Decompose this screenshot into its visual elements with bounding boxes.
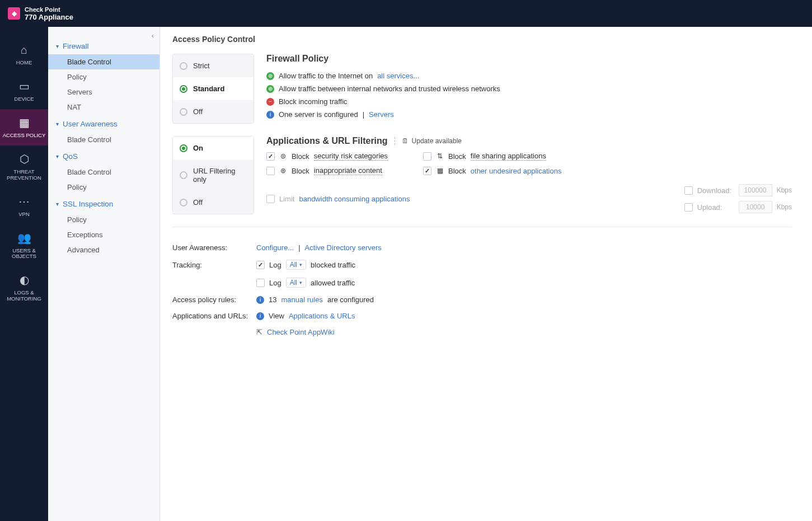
check-link[interactable]: security risk categories bbox=[314, 152, 388, 161]
update-badge[interactable]: 🗓 Update available bbox=[395, 137, 462, 145]
rail-label-vpn: VPN bbox=[16, 212, 32, 218]
checkbox[interactable] bbox=[423, 152, 431, 161]
apps-urls-row: Applications and URLs: i View Applicatio… bbox=[172, 308, 792, 324]
servers-link[interactable]: Servers bbox=[369, 110, 394, 119]
radio-icon bbox=[180, 144, 187, 152]
upload-line: Upload: Kbps bbox=[684, 201, 792, 213]
side-nav: ‹ ▾Firewall Blade Control Policy Servers… bbox=[48, 27, 160, 521]
checkbox[interactable] bbox=[266, 167, 275, 175]
log-word: Log bbox=[269, 279, 281, 287]
firewall-level-strict[interactable]: Strict bbox=[173, 54, 254, 77]
nav-group-firewall: ▾Firewall Blade Control Policy Servers N… bbox=[48, 38, 159, 115]
nav-sub-ssl-policy[interactable]: Policy bbox=[48, 212, 159, 227]
nav-head-user-awareness[interactable]: ▾User Awareness bbox=[48, 116, 159, 132]
firewall-policy-details: Firewall Policy ⊕ Allow traffic to the I… bbox=[266, 54, 792, 124]
nav-head-ssl[interactable]: ▾SSL Inspection bbox=[48, 196, 159, 212]
firewall-level-off[interactable]: Off bbox=[173, 100, 254, 123]
brand-text: Check Point 770 Appliance bbox=[25, 6, 73, 21]
checkbox[interactable] bbox=[423, 167, 431, 175]
rail-vpn[interactable]: ⋯ VPN bbox=[0, 188, 48, 224]
nav-sub-firewall-blade-control[interactable]: Blade Control bbox=[48, 54, 159, 69]
title-text: Applications & URL Filtering bbox=[266, 136, 388, 146]
globe-icon: ⊜ bbox=[279, 152, 287, 160]
rail-device[interactable]: ▭ DEVICE bbox=[0, 73, 48, 109]
rail-access-policy[interactable]: ▦ ACCESS POLICY bbox=[0, 109, 48, 145]
rail-label-threat: THREAT PREVENTION bbox=[0, 169, 48, 181]
checkbox[interactable] bbox=[266, 152, 275, 161]
apps-url-filtering-only[interactable]: URL Filtering only bbox=[173, 159, 254, 191]
nav-sub-qos-policy[interactable]: Policy bbox=[48, 180, 159, 195]
kv-value: i View Applications & URLs bbox=[256, 312, 355, 320]
rail-logs-monitoring[interactable]: ◐ LOGS & MONITORING bbox=[0, 266, 48, 309]
kv-value: Log All allowed traffic bbox=[256, 278, 355, 288]
checkbox[interactable] bbox=[684, 186, 693, 195]
rail-users-objects[interactable]: 👥 USERS & OBJECTS bbox=[0, 224, 48, 267]
ad-servers-link[interactable]: Active Directory servers bbox=[305, 243, 382, 252]
shield-icon: ⬡ bbox=[20, 152, 29, 166]
checkbox-log-blocked[interactable] bbox=[256, 261, 265, 269]
check-link[interactable]: inappropriate content bbox=[314, 166, 382, 175]
limit-link[interactable]: bandwidth consuming applications bbox=[299, 195, 410, 203]
checkbox[interactable] bbox=[684, 203, 693, 212]
download-line: Download: Kbps bbox=[684, 184, 792, 196]
apps-url-details: Applications & URL Filtering 🗓 Update av… bbox=[266, 136, 792, 214]
configure-link[interactable]: Configure... bbox=[256, 243, 294, 252]
radio-label: Standard bbox=[193, 85, 224, 93]
check-link[interactable]: file sharing applications bbox=[471, 152, 546, 161]
share-icon: ⇅ bbox=[436, 152, 444, 160]
nav-sub-ua-blade-control[interactable]: Blade Control bbox=[48, 132, 159, 147]
upload-input[interactable] bbox=[739, 201, 772, 213]
limit-label-pre: Limit bbox=[279, 195, 294, 203]
rail-label-home: HOME bbox=[14, 60, 35, 66]
check-other-undesired: ▦ Block other undesired applications bbox=[423, 166, 580, 175]
firewall-level-standard[interactable]: Standard bbox=[173, 77, 254, 100]
manual-rules-link[interactable]: manual rules bbox=[281, 295, 322, 304]
check-label-pre: Block bbox=[292, 167, 309, 175]
rules-count: 13 bbox=[269, 295, 276, 304]
nav-sub-ssl-exceptions[interactable]: Exceptions bbox=[48, 227, 159, 242]
appwiki-link[interactable]: Check Point AppWiki bbox=[267, 328, 335, 336]
separator: | bbox=[363, 110, 364, 119]
nav-sub-qos-blade-control[interactable]: Blade Control bbox=[48, 165, 159, 180]
radio-icon bbox=[180, 85, 187, 93]
all-services-link[interactable]: all services... bbox=[377, 72, 419, 80]
rail-home[interactable]: ⌂ HOME bbox=[0, 37, 48, 73]
grid-icon: ▦ bbox=[19, 116, 30, 129]
allow-icon: ⊕ bbox=[266, 72, 274, 80]
rule-server-info: i One server is configured | Servers bbox=[266, 108, 792, 121]
kv-label: User Awareness: bbox=[172, 243, 248, 252]
left-rail: ⌂ HOME ▭ DEVICE ▦ ACCESS POLICY ⬡ THREAT… bbox=[0, 27, 48, 521]
checkbox-log-allowed[interactable] bbox=[256, 279, 265, 287]
appwiki-row: ⇱ Check Point AppWiki bbox=[172, 324, 792, 340]
gauge-icon: ◐ bbox=[20, 273, 29, 287]
download-input[interactable] bbox=[739, 184, 772, 196]
apps-url-level-selector: On URL Filtering only Off bbox=[172, 136, 254, 214]
check-limit-bandwidth: Limit bandwidth consuming applications bbox=[266, 195, 410, 203]
external-link-icon: ⇱ bbox=[256, 328, 262, 336]
rule-text: One server is configured bbox=[279, 110, 358, 119]
apps-url-section: On URL Filtering only Off Applications &… bbox=[172, 136, 792, 214]
allowed-scope-select[interactable]: All bbox=[286, 278, 306, 288]
apps-url-off[interactable]: Off bbox=[173, 191, 254, 214]
apps-urls-link[interactable]: Applications & URLs bbox=[289, 312, 355, 320]
nav-head-qos[interactable]: ▾QoS bbox=[48, 148, 159, 165]
firewall-policy-title: Firewall Policy bbox=[266, 54, 792, 64]
firewall-policy-section: Strict Standard Off Firewall Policy ⊕ Al… bbox=[172, 54, 792, 124]
nav-head-firewall[interactable]: ▾Firewall bbox=[48, 38, 159, 54]
checkbox[interactable] bbox=[266, 195, 275, 203]
nav-sub-firewall-servers[interactable]: Servers bbox=[48, 85, 159, 100]
nav-sub-firewall-policy[interactable]: Policy bbox=[48, 69, 159, 85]
nav-group-qos: ▾QoS Blade Control Policy bbox=[48, 148, 159, 195]
rail-threat-prevention[interactable]: ⬡ THREAT PREVENTION bbox=[0, 145, 48, 188]
nav-sub-firewall-nat[interactable]: NAT bbox=[48, 100, 159, 115]
check-link[interactable]: other undesired applications bbox=[471, 167, 562, 175]
collapse-sidenav-icon[interactable]: ‹ bbox=[152, 31, 154, 40]
apps-url-on[interactable]: On bbox=[173, 137, 254, 159]
age-icon: ⊛ bbox=[279, 167, 287, 175]
check-file-sharing: ⇅ Block file sharing applications bbox=[423, 152, 580, 161]
nav-sub-ssl-advanced[interactable]: Advanced bbox=[48, 242, 159, 257]
update-text: Update available bbox=[412, 137, 462, 145]
blocked-scope-select[interactable]: All bbox=[286, 260, 306, 270]
user-awareness-row: User Awareness: Configure... | Active Di… bbox=[172, 240, 792, 256]
kv-value: Configure... | Active Directory servers bbox=[256, 243, 382, 252]
